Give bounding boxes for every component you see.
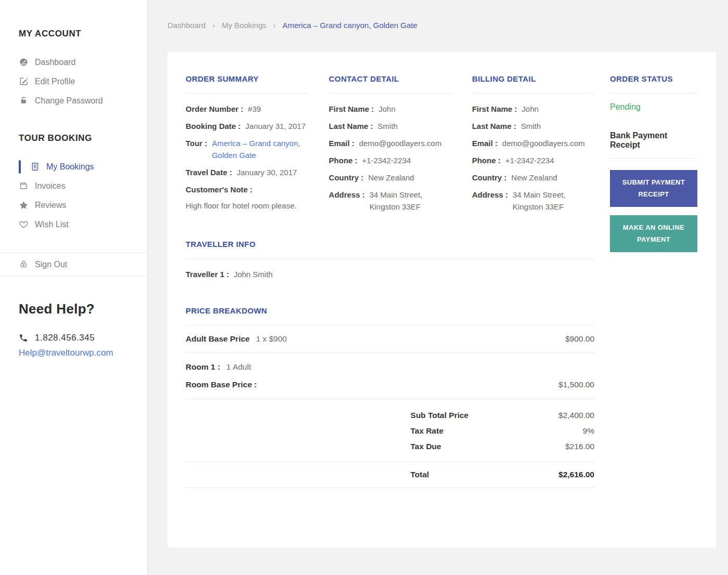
- price-amount: $1,500.00: [558, 380, 594, 389]
- first-name-row: First Name : John: [472, 103, 594, 115]
- detail-label: Last Name :: [329, 120, 373, 132]
- bank-payment-receipt-title: Bank Payment Receipt: [610, 131, 697, 150]
- sidebar-divider: [0, 276, 147, 276]
- section-divider: [329, 93, 451, 94]
- detail-value: Smith: [378, 120, 397, 132]
- tour-booking-nav: My Bookings Invoices Reviews Wish List: [0, 157, 147, 234]
- room-base-price-row: Room Base Price : $1,500.00: [186, 375, 594, 399]
- last-name-row: Last Name : Smith: [329, 120, 451, 132]
- status-badge: Pending: [610, 102, 697, 112]
- customer-note-row: Customer's Note :: [186, 184, 308, 195]
- section-title: PRICE BREAKDOWN: [186, 306, 594, 315]
- detail-value: +1-2342-2234: [362, 154, 411, 166]
- travel-date-row: Travel Date : January 30, 2017: [186, 166, 308, 178]
- sidebar-item-sign-out[interactable]: Sign Out: [0, 253, 147, 276]
- details-grid: ORDER SUMMARY Order Number : #39 Booking…: [186, 74, 594, 213]
- traveller-info-section: TRAVELLER INFO Traveller 1 : John Smith: [186, 240, 594, 280]
- sidebar-item-label: Change Password: [35, 96, 103, 106]
- gauge-icon: [19, 57, 29, 67]
- phone-row: Phone : +1-2342-2234: [472, 154, 594, 166]
- section-title: TRAVELLER INFO: [186, 240, 594, 249]
- sidebar-item-label: Wish List: [35, 220, 69, 229]
- section-divider: [610, 158, 697, 159]
- detail-label: Booking Date :: [186, 120, 241, 132]
- detail-label: First Name :: [329, 103, 374, 115]
- price-label: Total: [410, 470, 429, 479]
- address-row: Address : 34 Main Street, Kingston 33EF: [329, 189, 451, 213]
- order-number-row: Order Number : #39: [186, 103, 308, 115]
- price-qty: 1 x $900: [256, 334, 287, 344]
- adult-base-price-row: Adult Base Price 1 x $900 $900.00: [186, 325, 594, 352]
- edit-icon: [19, 76, 29, 86]
- detail-label: Email :: [472, 137, 498, 149]
- detail-label: Traveller 1 :: [186, 268, 229, 280]
- sidebar-item-edit-profile[interactable]: Edit Profile: [0, 72, 147, 91]
- detail-value: 34 Main Street, Kingston 33EF: [513, 189, 594, 213]
- order-status-section: ORDER STATUS Pending Bank Payment Receip…: [610, 74, 697, 524]
- sidebar-item-wish-list[interactable]: Wish List: [0, 215, 147, 234]
- sidebar-item-label: Dashboard: [35, 58, 75, 67]
- detail-value: 34 Main Street, Kingston 33EF: [370, 189, 451, 213]
- sidebar-item-label: Edit Profile: [35, 77, 75, 86]
- need-help-section: Need Help? 1.828.456.345 Help@traveltour…: [0, 301, 147, 358]
- detail-label: Email :: [329, 137, 354, 149]
- tax-rate-row: Tax Rate 9%: [410, 423, 594, 439]
- detail-label: Phone :: [472, 154, 501, 166]
- star-icon: [19, 200, 29, 210]
- help-email-link[interactable]: Help@traveltourwp.com: [19, 348, 147, 358]
- sidebar-item-invoices[interactable]: Invoices: [0, 176, 147, 195]
- section-title: BILLING DETAIL: [472, 74, 594, 83]
- price-amount: $2,400.00: [558, 411, 594, 420]
- detail-label: Country :: [472, 172, 507, 184]
- booking-detail-card: ORDER SUMMARY Order Number : #39 Booking…: [167, 52, 716, 547]
- sidebar-item-reviews[interactable]: Reviews: [0, 195, 147, 215]
- breadcrumb-my-bookings[interactable]: My Bookings: [222, 21, 266, 30]
- sidebar-item-label: Reviews: [35, 201, 66, 210]
- make-online-payment-button[interactable]: MAKE AN ONLINE PAYMENT: [610, 215, 697, 252]
- price-qty: 1 Adult: [226, 362, 251, 372]
- detail-value: demo@goodlayers.com: [502, 137, 585, 149]
- detail-value: New Zealand: [368, 172, 414, 184]
- price-amount: $900.00: [565, 334, 594, 344]
- detail-value: #39: [248, 103, 261, 115]
- room-row: Room 1 : 1 Adult: [186, 353, 594, 375]
- section-title: CONTACT DETAIL: [329, 74, 451, 83]
- submit-payment-receipt-button[interactable]: SUBMIT PAYMENT RECEIPT: [610, 170, 697, 207]
- active-indicator-bar: [19, 160, 21, 173]
- address-row: Address : 34 Main Street, Kingston 33EF: [472, 189, 594, 213]
- help-phone-row: 1.828.456.345: [19, 333, 147, 343]
- main-content: Dashboard › My Bookings › America – Gran…: [147, 0, 728, 575]
- section-divider: [472, 93, 594, 94]
- price-label: Tax Due: [410, 442, 441, 451]
- detail-value: January 30, 2017: [237, 166, 297, 178]
- detail-label: Country :: [329, 172, 363, 184]
- detail-value: Smith: [521, 120, 541, 132]
- detail-value: New Zealand: [511, 172, 557, 184]
- booking-detail-left: ORDER SUMMARY Order Number : #39 Booking…: [186, 74, 594, 524]
- sidebar-section-title-tour-booking: TOUR BOOKING: [0, 110, 147, 143]
- price-label: Room 1 :: [186, 362, 220, 372]
- traveller-row: Traveller 1 : John Smith: [186, 268, 594, 280]
- price-breakdown-section: PRICE BREAKDOWN Adult Base Price 1 x $90…: [186, 306, 594, 488]
- bookings-icon: [30, 162, 40, 172]
- detail-label: Phone :: [329, 154, 357, 166]
- country-row: Country : New Zealand: [329, 172, 451, 184]
- sidebar-item-dashboard[interactable]: Dashboard: [0, 53, 147, 72]
- chevron-right-icon: ›: [212, 21, 215, 30]
- email-row: Email : demo@goodlayers.com: [329, 137, 451, 149]
- sidebar-item-change-password[interactable]: Change Password: [0, 91, 147, 110]
- sidebar-item-my-bookings[interactable]: My Bookings: [0, 157, 147, 176]
- order-summary-section: ORDER SUMMARY Order Number : #39 Booking…: [186, 74, 308, 213]
- help-phone-number: 1.828.456.345: [35, 333, 95, 343]
- last-name-row: Last Name : Smith: [472, 120, 594, 132]
- detail-value: John Smith: [233, 268, 272, 280]
- detail-value: John: [379, 103, 396, 115]
- chevron-right-icon: ›: [273, 21, 276, 30]
- row-divider: [186, 399, 594, 399]
- price-label: Tax Rate: [410, 426, 443, 436]
- sidebar-item-label: Invoices: [35, 181, 66, 191]
- breadcrumb-current-tour: America – Grand canyon, Golden Gate: [282, 21, 417, 30]
- breadcrumb-dashboard[interactable]: Dashboard: [167, 21, 205, 30]
- first-name-row: First Name : John: [329, 103, 451, 115]
- tour-link[interactable]: America – Grand canyon, Golden Gate: [212, 137, 308, 161]
